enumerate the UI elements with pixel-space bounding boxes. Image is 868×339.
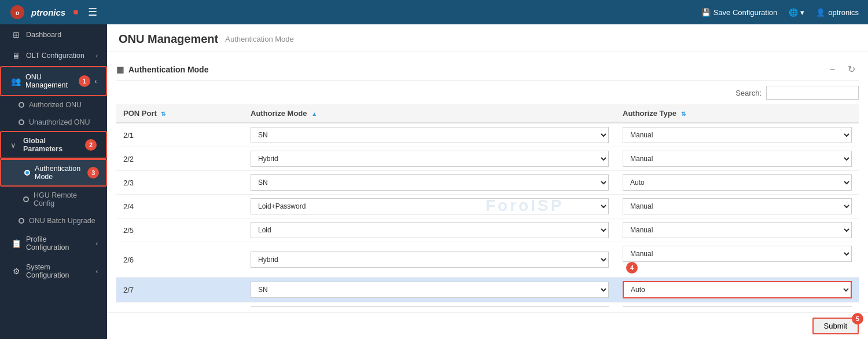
system-arrow: ‹ bbox=[96, 268, 98, 275]
sidebar-item-onu-mgmt[interactable]: 👥 ONU Management 1 ‹ bbox=[0, 66, 107, 96]
main-panel: ▦ Authentication Mode − ↻ Search: ForoIS… bbox=[107, 52, 868, 312]
table-row: 2/5SNHybridLoid+PasswordLoidPasswordManu… bbox=[116, 218, 859, 242]
user-icon: 👤 bbox=[816, 8, 825, 17]
auth-type-cell-0: ManualAuto bbox=[616, 123, 859, 147]
sidebar-item-onu-batch[interactable]: ONU Batch Upgrade bbox=[0, 212, 107, 229]
page-breadcrumb: Authentication Mode bbox=[225, 35, 294, 43]
olt-arrow: ‹ bbox=[96, 53, 98, 59]
sidebar-label-system: System Configuration bbox=[26, 263, 91, 279]
search-label: Search: bbox=[735, 89, 762, 97]
pon-port-cell-6: 2/7 bbox=[116, 278, 244, 302]
auth-mode-cell-3: SNHybridLoid+PasswordLoidPassword bbox=[244, 195, 616, 218]
sidebar-item-dashboard[interactable]: ⊞ Dashboard bbox=[0, 24, 107, 45]
pon-port-label: PON Port bbox=[123, 109, 157, 118]
olt-icon: 🖥 bbox=[11, 51, 21, 60]
pon-port-cell-3: 2/4 bbox=[116, 195, 244, 218]
onu-arrow: ‹ bbox=[95, 78, 97, 85]
sidebar-label-onu-batch: ONU Batch Upgrade bbox=[29, 217, 95, 225]
sidebar: ⊞ Dashboard 🖥 OLT Configuration ‹ 👥 ONU … bbox=[0, 24, 107, 339]
auth-mode-select-0[interactable]: SNHybridLoid+PasswordLoidPassword bbox=[251, 127, 609, 143]
sidebar-label-onu: ONU Management bbox=[25, 73, 72, 89]
auth-type-cell-4: ManualAuto bbox=[616, 218, 859, 242]
auth-mode-select-2[interactable]: SNHybridLoid+PasswordLoidPassword bbox=[251, 174, 609, 191]
col-auth-mode[interactable]: Authorize Mode ▲ bbox=[244, 104, 616, 123]
auth-type-select-0[interactable]: ManualAuto bbox=[623, 127, 852, 143]
table-header-row: PON Port ⇅ Authorize Mode ▲ Authorize Ty… bbox=[116, 104, 859, 123]
sidebar-item-global-params[interactable]: ∨ Global Parameters 2 bbox=[0, 131, 107, 159]
panel-actions: − ↻ bbox=[826, 63, 859, 76]
sidebar-item-profile-config[interactable]: 📋 Profile Configuration ‹ bbox=[0, 229, 107, 257]
table-row: 2/3SNHybridLoid+PasswordLoidPasswordManu… bbox=[116, 171, 859, 195]
sidebar-label-unauthorized-onu: Unauthorized ONU bbox=[29, 118, 90, 126]
main-layout: ⊞ Dashboard 🖥 OLT Configuration ‹ 👥 ONU … bbox=[0, 24, 868, 339]
auth-type-sort-icon: ⇅ bbox=[681, 111, 686, 117]
auth-type-select-3[interactable]: ManualAuto bbox=[623, 198, 852, 214]
sidebar-item-hgu-remote[interactable]: HGU Remote Config bbox=[0, 187, 107, 212]
panel-header: ▦ Authentication Mode − ↻ bbox=[116, 58, 859, 81]
sidebar-item-unauthorized-onu[interactable]: Unauthorized ONU bbox=[0, 114, 107, 131]
onu-step-badge: 1 bbox=[79, 75, 90, 87]
svg-point-3 bbox=[73, 10, 78, 14]
table-body: 2/1SNHybridLoid+PasswordLoidPasswordManu… bbox=[116, 123, 859, 307]
pon-port-cell-7: 2/8 bbox=[116, 302, 244, 307]
global-params-badge: 2 bbox=[85, 139, 97, 151]
submit-button[interactable]: Submit 5 bbox=[812, 318, 859, 334]
refresh-button[interactable]: ↻ bbox=[844, 63, 859, 76]
auth-type-select-7[interactable]: ManualAuto bbox=[623, 306, 852, 307]
auth-mode-select-6[interactable]: SNHybridLoid+PasswordLoidPassword bbox=[251, 282, 609, 298]
pon-port-cell-1: 2/2 bbox=[116, 147, 244, 171]
auth-type-select-1[interactable]: ManualAuto bbox=[623, 151, 852, 167]
logo: o ptronics bbox=[9, 4, 79, 20]
auth-type-select-6[interactable]: ManualAuto bbox=[623, 281, 852, 298]
page-header: ONU Management Authentication Mode bbox=[107, 24, 868, 52]
auth-mode-select-4[interactable]: SNHybridLoid+PasswordLoidPassword bbox=[251, 222, 609, 238]
save-icon: 💾 bbox=[701, 8, 711, 17]
auth-mode-cell-5: SNHybridLoid+PasswordLoidPassword bbox=[244, 242, 616, 278]
sidebar-item-system-config[interactable]: ⚙ System Configuration ‹ bbox=[0, 257, 107, 285]
table-row: 2/1SNHybridLoid+PasswordLoidPasswordManu… bbox=[116, 123, 859, 147]
lang-arrow: ▾ bbox=[800, 8, 804, 17]
save-config-label: Save Configuration bbox=[713, 8, 778, 17]
sidebar-item-authorized-onu[interactable]: Authorized ONU bbox=[0, 96, 107, 114]
expand-icon: ∨ bbox=[10, 141, 16, 150]
auth-type-cell-2: ManualAuto bbox=[616, 171, 859, 195]
sidebar-item-auth-mode[interactable]: Authentication Mode 3 bbox=[0, 159, 107, 187]
auth-mode-cell-2: SNHybridLoid+PasswordLoidPassword bbox=[244, 171, 616, 195]
auth-type-select-4[interactable]: ManualAuto bbox=[623, 222, 852, 238]
auth-type-select-2[interactable]: ManualAuto bbox=[623, 174, 852, 191]
panel-title-text: Authentication Mode bbox=[128, 65, 208, 74]
auth-mode-select-1[interactable]: SNHybridLoid+PasswordLoidPassword bbox=[251, 151, 609, 167]
search-input[interactable] bbox=[766, 86, 859, 100]
content-area: ONU Management Authentication Mode ▦ Aut… bbox=[107, 24, 868, 339]
pon-port-cell-5: 2/6 bbox=[116, 242, 244, 278]
user-menu[interactable]: 👤 optronics bbox=[816, 8, 859, 17]
language-selector[interactable]: 🌐 ▾ bbox=[789, 8, 804, 17]
table-row: 2/6SNHybridLoid+PasswordLoidPasswordManu… bbox=[116, 242, 859, 278]
dashboard-icon: ⊞ bbox=[11, 30, 21, 39]
sidebar-item-olt-config[interactable]: 🖥 OLT Configuration ‹ bbox=[0, 45, 107, 66]
sidebar-label-olt: OLT Configuration bbox=[26, 52, 91, 60]
table-row: 2/2SNHybridLoid+PasswordLoidPasswordManu… bbox=[116, 147, 859, 171]
auth-mode-select-5[interactable]: SNHybridLoid+PasswordLoidPassword bbox=[251, 251, 609, 268]
auth-mode-cell-4: SNHybridLoid+PasswordLoidPassword bbox=[244, 218, 616, 242]
auth-type-select-5[interactable]: ManualAuto bbox=[623, 246, 852, 262]
hgu-circle bbox=[23, 196, 29, 202]
auth-mode-select-3[interactable]: SNHybridLoid+PasswordLoidPassword bbox=[251, 198, 609, 214]
hamburger-icon[interactable]: ☰ bbox=[88, 6, 97, 19]
col-auth-type[interactable]: Authorize Type ⇅ bbox=[616, 104, 859, 123]
logo-svg: o ptronics bbox=[9, 4, 79, 20]
sidebar-label-authorized-onu: Authorized ONU bbox=[29, 101, 82, 109]
col-pon-port[interactable]: PON Port ⇅ bbox=[116, 104, 244, 123]
table-icon: ▦ bbox=[116, 65, 124, 74]
svg-text:o: o bbox=[16, 10, 19, 16]
auth-mode-label: Authorize Mode bbox=[251, 109, 307, 118]
pon-port-cell-4: 2/5 bbox=[116, 218, 244, 242]
auth-mode-cell-1: SNHybridLoid+PasswordLoidPassword bbox=[244, 147, 616, 171]
auth-type-cell-3: ManualAuto bbox=[616, 195, 859, 218]
minimize-button[interactable]: − bbox=[826, 63, 838, 76]
auth-mode-table: PON Port ⇅ Authorize Mode ▲ Authorize Ty… bbox=[116, 104, 859, 307]
save-config-button[interactable]: 💾 Save Configuration bbox=[701, 8, 778, 17]
onu-batch-circle bbox=[19, 218, 24, 224]
auth-mode-select-7[interactable]: SNHybridLoid+PasswordLoidPassword bbox=[251, 306, 609, 307]
table-row: 2/4SNHybridLoid+PasswordLoidPasswordManu… bbox=[116, 195, 859, 218]
